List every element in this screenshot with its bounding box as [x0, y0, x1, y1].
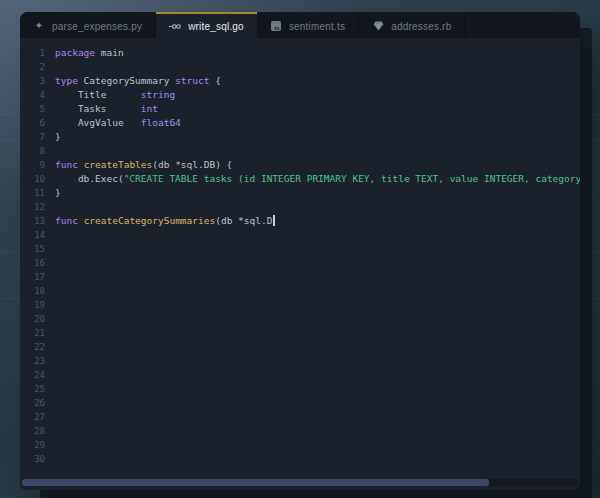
code-line[interactable]: 13func createCategorySummaries(db *sql.D [20, 214, 580, 228]
code-line[interactable]: 4 Title string [20, 88, 580, 102]
code-line[interactable]: 24 [20, 368, 580, 382]
code-line[interactable]: 29 [20, 438, 580, 452]
code-text: func createCategorySummaries(db *sql.D [45, 214, 275, 228]
code-line[interactable]: 12 [20, 200, 580, 214]
text-cursor [273, 215, 275, 226]
code-line[interactable]: 19 [20, 298, 580, 312]
code-line[interactable]: 18 [20, 284, 580, 298]
code-line[interactable]: 2 [20, 60, 580, 74]
code-line[interactable]: 7} [20, 130, 580, 144]
code-line[interactable]: 5 Tasks int [20, 102, 580, 116]
code-line[interactable]: 27 [20, 410, 580, 424]
code-line[interactable]: 16 [20, 256, 580, 270]
tab-addresses-rb[interactable]: addresses.rb [359, 12, 465, 38]
code-editor[interactable]: 1package main23type CategorySummary stru… [20, 38, 580, 490]
code-line[interactable]: 11} [20, 186, 580, 200]
line-number: 22 [20, 340, 45, 354]
code-line[interactable]: 26 [20, 396, 580, 410]
line-number: 4 [20, 88, 45, 102]
code-line[interactable]: 20 [20, 312, 580, 326]
line-number: 8 [20, 144, 45, 158]
horizontal-scrollbar-track[interactable] [22, 479, 578, 486]
tab-bar: ✦ parse_expenses.py write_sql.go ts sent… [20, 12, 580, 38]
line-number: 29 [20, 438, 45, 452]
line-number: 28 [20, 424, 45, 438]
tab-label: addresses.rb [391, 21, 451, 32]
code-line[interactable]: 30 [20, 452, 580, 466]
code-text: type CategorySummary struct { [45, 74, 221, 88]
python-file-icon: ✦ [33, 21, 45, 31]
line-number: 10 [20, 172, 45, 186]
code-line[interactable]: 1package main [20, 46, 580, 60]
code-text: } [45, 186, 61, 200]
line-number: 9 [20, 158, 45, 172]
code-line[interactable]: 3type CategorySummary struct { [20, 74, 580, 88]
code-line[interactable]: 28 [20, 424, 580, 438]
line-number: 18 [20, 284, 45, 298]
code-text: db.Exec("CREATE TABLE tasks (id INTEGER … [45, 172, 580, 186]
code-lines: 1package main23type CategorySummary stru… [20, 46, 580, 466]
line-number: 26 [20, 396, 45, 410]
line-number: 3 [20, 74, 45, 88]
code-text: AvgValue float64 [45, 116, 181, 130]
line-number: 16 [20, 256, 45, 270]
line-number: 15 [20, 242, 45, 256]
line-number: 20 [20, 312, 45, 326]
horizontal-scrollbar-thumb[interactable] [22, 479, 489, 486]
tab-sentiment-ts[interactable]: ts sentiment.ts [257, 12, 359, 38]
code-line[interactable]: 6 AvgValue float64 [20, 116, 580, 130]
go-file-icon [169, 22, 181, 31]
line-number: 25 [20, 382, 45, 396]
code-line[interactable]: 21 [20, 326, 580, 340]
line-number: 23 [20, 354, 45, 368]
code-line[interactable]: 8 [20, 144, 580, 158]
code-line[interactable]: 23 [20, 354, 580, 368]
code-line[interactable]: 25 [20, 382, 580, 396]
line-number: 19 [20, 298, 45, 312]
tab-parse-expenses-py[interactable]: ✦ parse_expenses.py [20, 12, 156, 38]
code-editor-window: ✦ parse_expenses.py write_sql.go ts sent… [20, 12, 580, 490]
line-number: 24 [20, 368, 45, 382]
line-number: 21 [20, 326, 45, 340]
code-text: Tasks int [45, 102, 158, 116]
typescript-file-icon: ts [270, 21, 282, 31]
line-number: 17 [20, 270, 45, 284]
tab-label: write_sql.go [188, 21, 244, 32]
line-number: 5 [20, 102, 45, 116]
line-number: 13 [20, 214, 45, 228]
line-number: 30 [20, 452, 45, 466]
tab-label: parse_expenses.py [52, 21, 142, 32]
line-number: 27 [20, 410, 45, 424]
tab-label: sentiment.ts [289, 21, 345, 32]
line-number: 2 [20, 60, 45, 74]
code-line[interactable]: 14 [20, 228, 580, 242]
line-number: 6 [20, 116, 45, 130]
code-line[interactable]: 10 db.Exec("CREATE TABLE tasks (id INTEG… [20, 172, 580, 186]
code-text: } [45, 130, 61, 144]
ruby-file-icon [372, 21, 384, 31]
tab-write-sql-go[interactable]: write_sql.go [156, 12, 257, 38]
code-line[interactable]: 22 [20, 340, 580, 354]
line-number: 14 [20, 228, 45, 242]
line-number: 7 [20, 130, 45, 144]
line-number: 1 [20, 46, 45, 60]
code-line[interactable]: 17 [20, 270, 580, 284]
code-text: Title string [45, 88, 175, 102]
line-number: 12 [20, 200, 45, 214]
code-line[interactable]: 15 [20, 242, 580, 256]
code-line[interactable]: 9func createTables(db *sql.DB) { [20, 158, 580, 172]
code-text: func createTables(db *sql.DB) { [45, 158, 232, 172]
line-number: 11 [20, 186, 45, 200]
code-text: package main [45, 46, 124, 60]
